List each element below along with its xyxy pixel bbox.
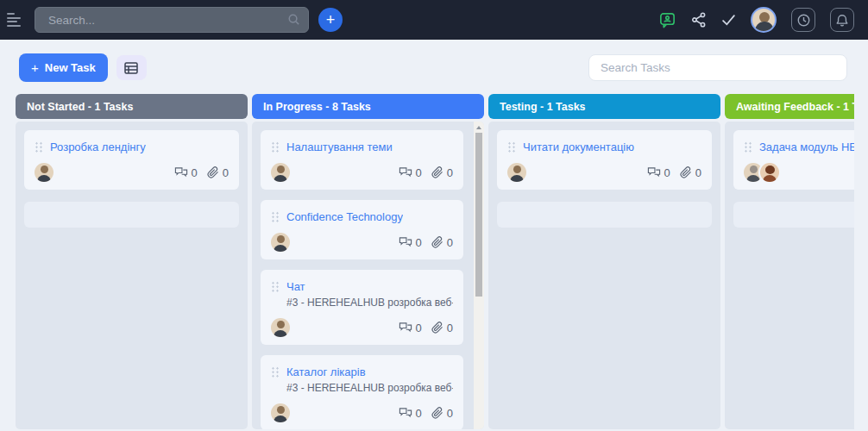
task-title-link[interactable]: Налаштування теми <box>286 141 393 153</box>
assignee-avatar[interactable] <box>760 163 779 182</box>
attachments-count: 0 <box>431 407 453 420</box>
search-icon <box>287 13 300 26</box>
comments-icon <box>174 166 188 178</box>
new-task-button[interactable]: + New Task <box>19 53 108 82</box>
task-card[interactable]: Чат #3 - HEREHEALHUB розробка веб-са... … <box>261 270 463 345</box>
paperclip-icon <box>207 166 219 178</box>
assignee-avatar[interactable] <box>507 163 526 182</box>
menu-icon[interactable] <box>7 13 24 27</box>
notifications-bell-icon[interactable] <box>830 8 854 32</box>
column-scrollbar[interactable] <box>474 122 484 429</box>
drag-handle-icon[interactable] <box>744 141 752 153</box>
scroll-up-arrow-icon[interactable] <box>476 126 481 129</box>
drag-handle-icon[interactable] <box>35 141 43 153</box>
drag-handle-icon[interactable] <box>271 211 280 223</box>
plus-icon: + <box>31 60 39 75</box>
task-search-input[interactable] <box>588 54 847 81</box>
attachments-count: 0 <box>431 322 453 334</box>
empty-drop-zone <box>733 202 854 228</box>
check-icon[interactable] <box>721 14 736 27</box>
drag-handle-icon[interactable] <box>507 141 516 153</box>
task-title-link[interactable]: Каталог лікарів <box>286 365 366 378</box>
board-toolbar: + New Task <box>0 40 868 94</box>
comments-icon <box>399 236 412 248</box>
paperclip-icon <box>431 236 443 248</box>
top-navbar: + <box>0 0 868 40</box>
assignee-avatar[interactable] <box>35 163 53 182</box>
comments-icon <box>399 166 412 178</box>
new-task-label: New Task <box>45 61 96 74</box>
column-awaiting-feedback: Awaiting Feedback - 1 Tasks Задача модул… <box>725 94 854 429</box>
add-button[interactable]: + <box>318 8 343 32</box>
column-body: Задача модуль НБУ <box>725 122 854 429</box>
paperclip-icon <box>431 166 443 178</box>
task-title-link[interactable]: Читати документацію <box>523 141 634 153</box>
task-card[interactable]: Задача модуль НБУ <box>733 130 854 190</box>
list-view-icon[interactable] <box>116 55 147 80</box>
task-card[interactable]: Читати документацію 0 <box>497 130 712 190</box>
paperclip-icon <box>680 166 692 178</box>
attachments-count: 0 <box>431 236 453 249</box>
task-project-label: #3 - HEREHEALHUB розробка веб-са... <box>286 382 453 394</box>
task-card[interactable]: Каталог лікарів #3 - HEREHEALHUB розробк… <box>261 355 463 429</box>
user-avatar[interactable] <box>751 7 777 33</box>
kanban-board: Not Started - 1 Tasks Розробка лендінгу <box>0 94 854 429</box>
empty-drop-zone <box>24 202 239 228</box>
comments-count: 0 <box>647 166 670 179</box>
column-header: Not Started - 1 Tasks <box>16 94 248 119</box>
comments-icon <box>647 166 661 178</box>
column-testing: Testing - 1 Tasks Читати документацію 0 <box>488 94 720 429</box>
empty-drop-zone <box>497 202 712 228</box>
global-search-input[interactable] <box>35 7 309 33</box>
task-title-link[interactable]: Розробка лендінгу <box>50 141 146 153</box>
share-icon[interactable] <box>691 12 707 28</box>
drag-handle-icon[interactable] <box>271 281 280 293</box>
drag-handle-icon[interactable] <box>271 141 280 153</box>
comments-icon <box>399 322 412 334</box>
column-body: Розробка лендінгу 0 <box>16 122 248 429</box>
column-header: Testing - 1 Tasks <box>488 94 720 119</box>
task-card[interactable]: Розробка лендінгу 0 <box>24 130 239 190</box>
column-in-progress: In Progress - 8 Tasks Налаштування теми … <box>252 94 484 429</box>
history-clock-icon[interactable] <box>791 8 815 32</box>
attachments-count: 0 <box>431 166 453 179</box>
comments-count: 0 <box>399 166 422 179</box>
task-card[interactable]: Confidence Technology 0 <box>261 200 463 259</box>
assignee-avatar[interactable] <box>271 233 290 252</box>
comments-count: 0 <box>399 407 422 420</box>
scrollbar-thumb[interactable] <box>475 133 482 297</box>
support-chat-icon[interactable] <box>658 11 676 29</box>
task-project-label: #3 - HEREHEALHUB розробка веб-са... <box>286 297 453 309</box>
column-not-started: Not Started - 1 Tasks Розробка лендінгу <box>16 94 248 429</box>
attachments-count: 0 <box>680 166 701 179</box>
global-search <box>35 7 309 33</box>
drag-handle-icon[interactable] <box>271 366 280 378</box>
assignee-avatar[interactable] <box>271 318 290 337</box>
column-body: Налаштування теми 0 <box>252 122 484 429</box>
comments-count: 0 <box>399 322 422 334</box>
attachments-count: 0 <box>207 166 229 179</box>
task-title-link[interactable]: Задача модуль НБУ <box>759 141 854 153</box>
task-title-link[interactable]: Confidence Technology <box>286 210 403 223</box>
task-card[interactable]: Налаштування теми 0 <box>261 130 463 190</box>
comments-icon <box>399 407 412 419</box>
paperclip-icon <box>431 322 443 334</box>
assignee-avatar[interactable] <box>271 163 290 182</box>
comments-count: 0 <box>174 166 198 179</box>
column-body: Читати документацію 0 <box>488 122 720 429</box>
task-search <box>588 54 847 81</box>
comments-count: 0 <box>399 236 422 249</box>
task-title-link[interactable]: Чат <box>286 280 305 293</box>
assignee-avatar[interactable] <box>271 403 290 422</box>
column-header: Awaiting Feedback - 1 Tasks <box>725 94 854 119</box>
column-header: In Progress - 8 Tasks <box>252 94 484 119</box>
paperclip-icon <box>431 407 443 419</box>
